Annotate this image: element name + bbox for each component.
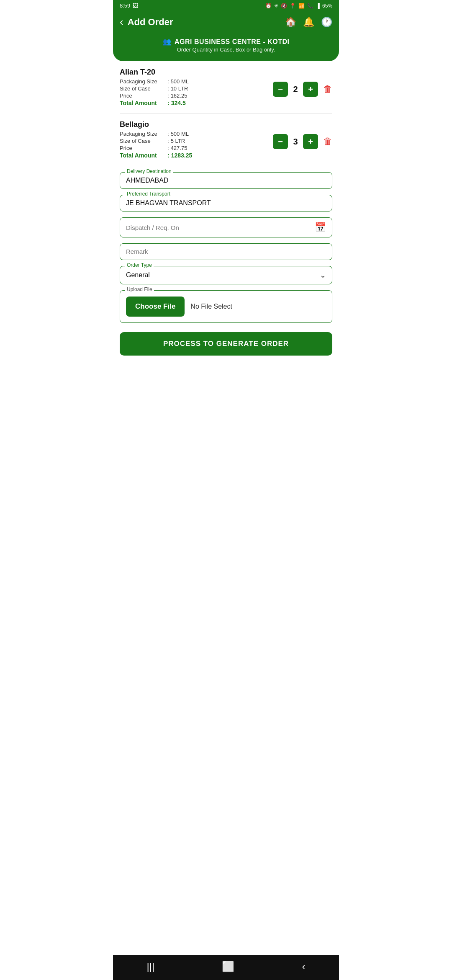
home-icon[interactable]: 🏠: [285, 17, 296, 28]
bottom-nav: ||| ⬜ ‹: [113, 955, 339, 980]
order-instruction: Order Quantity in Case, Box or Bag only.: [120, 46, 332, 53]
preferred-transport-section: Preferred Transport: [120, 195, 332, 211]
colon-5: :: [167, 131, 169, 137]
order-type-label: Order Type: [125, 262, 154, 268]
bell-icon[interactable]: 🔔: [303, 17, 314, 28]
size-of-case-value-2: 5 LTR: [171, 138, 185, 144]
business-name: AGRI BUSINESS CENTRE - KOTDI: [175, 38, 289, 46]
upload-file-section: Upload File Choose File No File Select: [120, 290, 332, 323]
colon-6: :: [167, 138, 169, 144]
qty-plus-2[interactable]: +: [303, 134, 318, 149]
size-of-case-label-2: Size of Case: [120, 138, 166, 144]
content-area: Alian T-20 Packaging Size : 500 ML Size …: [113, 61, 339, 955]
nav-menu-icon[interactable]: |||: [147, 961, 155, 972]
location-icon: 📍: [290, 3, 296, 9]
bluetooth-icon: ✳: [274, 3, 278, 9]
order-type-dropdown[interactable]: General ⌄: [126, 271, 326, 280]
colon-3: :: [167, 93, 169, 99]
qty-minus-2[interactable]: −: [273, 134, 288, 149]
total-amount-value-2: 1283.25: [171, 152, 193, 159]
qty-minus-1[interactable]: −: [273, 82, 288, 97]
qty-controls-1: − 2 + 🗑: [273, 82, 332, 97]
product-details-2: Packaging Size : 500 ML Size of Case : 5…: [120, 131, 273, 159]
delete-product-1[interactable]: 🗑: [323, 84, 332, 95]
qty-plus-1[interactable]: +: [303, 82, 318, 97]
order-type-section: Order Type General ⌄: [120, 266, 332, 284]
call-icon: 📞: [307, 3, 313, 9]
colon-2: :: [167, 85, 169, 92]
order-type-value: General: [126, 271, 150, 279]
alarm-icon: ⏰: [265, 3, 272, 9]
price-label-2: Price: [120, 145, 166, 151]
colon-8: :: [167, 152, 170, 159]
price-label-1: Price: [120, 93, 166, 99]
colon-1: :: [167, 78, 169, 85]
total-amount-label-2: Total Amount: [120, 152, 166, 159]
colon-4: :: [167, 100, 170, 106]
delete-product-2[interactable]: 🗑: [323, 136, 332, 147]
qty-value-1: 2: [291, 85, 300, 94]
size-of-case-label-1: Size of Case: [120, 85, 166, 92]
sub-header: 👥 AGRI BUSINESS CENTRE - KOTDI Order Qua…: [113, 34, 339, 61]
back-button[interactable]: ‹: [120, 15, 123, 28]
size-of-case-value-1: 10 LTR: [171, 85, 188, 92]
battery-text: 65%: [322, 3, 332, 9]
page-title: Add Order: [128, 17, 173, 28]
qty-controls-2: − 3 + 🗑: [273, 134, 332, 149]
dispatch-section: 📅: [120, 217, 332, 237]
preferred-transport-label: Preferred Transport: [125, 191, 172, 197]
status-photo-icon: 🖼: [133, 3, 138, 9]
packaging-size-value-1: 500 ML: [171, 78, 189, 85]
product-details-1: Packaging Size : 500 ML Size of Case : 1…: [120, 78, 273, 106]
wifi-icon: 📶: [298, 3, 305, 9]
product-item-2: Bellagio Packaging Size : 500 ML Size of…: [120, 120, 332, 165]
qty-value-2: 3: [291, 137, 300, 147]
product-item-1: Alian T-20 Packaging Size : 500 ML Size …: [120, 68, 332, 113]
product-name-1: Alian T-20: [120, 68, 332, 77]
delivery-destination-label: Delivery Destination: [125, 168, 173, 174]
process-order-button[interactable]: PROCESS TO GENERATE ORDER: [120, 332, 332, 356]
total-amount-value-1: 324.5: [171, 100, 186, 106]
total-amount-label-1: Total Amount: [120, 100, 166, 106]
nav-back-icon[interactable]: ‹: [302, 961, 305, 972]
choose-file-button[interactable]: Choose File: [126, 297, 185, 317]
signal-icon: ▐: [316, 3, 320, 9]
dispatch-input[interactable]: [126, 224, 315, 231]
delivery-destination-section: Delivery Destination: [120, 172, 332, 189]
remark-input[interactable]: [126, 248, 326, 255]
colon-7: :: [167, 145, 169, 151]
price-value-1: 162.25: [171, 93, 187, 99]
preferred-transport-input[interactable]: [126, 199, 326, 207]
nav-home-icon[interactable]: ⬜: [222, 961, 234, 972]
status-bar: 8:59 🖼 ⏰ ✳ 🔇 📍 📶 📞 ▐ 65%: [113, 0, 339, 11]
product-name-2: Bellagio: [120, 120, 332, 129]
delivery-destination-input[interactable]: [126, 177, 326, 184]
chevron-down-icon: ⌄: [320, 271, 326, 280]
no-file-text: No File Select: [190, 303, 232, 310]
calendar-icon[interactable]: 📅: [315, 222, 326, 233]
packaging-size-label-2: Packaging Size: [120, 131, 166, 137]
upload-file-label: Upload File: [125, 286, 154, 292]
price-value-2: 427.75: [171, 145, 187, 151]
header: ‹ Add Order 🏠 🔔 🕐: [113, 11, 339, 34]
packaging-size-label-1: Packaging Size: [120, 78, 166, 85]
status-time: 8:59: [120, 3, 130, 9]
remark-section: [120, 243, 332, 260]
business-icon: 👥: [163, 38, 172, 46]
packaging-size-value-2: 500 ML: [171, 131, 189, 137]
clock-icon[interactable]: 🕐: [321, 17, 332, 28]
mute-icon: 🔇: [281, 3, 287, 9]
